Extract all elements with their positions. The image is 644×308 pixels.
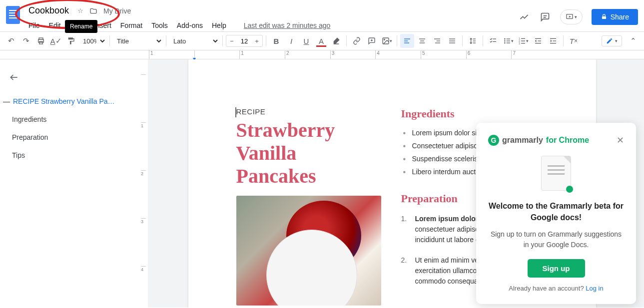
- align-center-button[interactable]: [415, 34, 429, 48]
- recipe-image[interactable]: [236, 196, 381, 306]
- vertical-ruler[interactable]: 1 2 3 4: [140, 59, 148, 308]
- grammarly-body: Sign up to turn on Grammarly suggestions…: [488, 229, 624, 250]
- zoom-select[interactable]: 100%: [79, 35, 106, 47]
- outline-sidebar: RECIPE Strawberry Vanilla Pa… Ingredient…: [0, 59, 140, 308]
- header: ☆ My Drive Rename File Edit View Insert …: [0, 0, 644, 31]
- svg-point-30: [504, 40, 506, 42]
- bullet-list-button[interactable]: ▾: [501, 34, 515, 48]
- outline-item-title[interactable]: RECIPE Strawberry Vanilla Pa…: [0, 93, 134, 109]
- checklist-button[interactable]: [486, 34, 500, 48]
- menu-edit[interactable]: Edit: [45, 19, 64, 31]
- underline-button[interactable]: U: [299, 34, 313, 48]
- more-button[interactable]: ⌃: [626, 34, 640, 48]
- numbered-list-button[interactable]: 123 ▾: [516, 34, 530, 48]
- folder-icon[interactable]: [88, 6, 98, 16]
- highlight-button[interactable]: [329, 34, 343, 48]
- grammarly-logo-icon: G: [488, 135, 499, 146]
- clear-formatting-button[interactable]: T×: [567, 34, 581, 48]
- comments-icon[interactable]: [539, 11, 551, 23]
- text-color-button[interactable]: A: [314, 34, 328, 48]
- close-icon[interactable]: ✕: [617, 135, 624, 146]
- menu-addons[interactable]: Add-ons: [173, 19, 206, 31]
- align-left-button[interactable]: [400, 34, 414, 48]
- undo-button[interactable]: ↶: [4, 34, 18, 48]
- svg-rect-3: [602, 16, 606, 19]
- font-size-increase[interactable]: +: [251, 35, 262, 46]
- font-size-input[interactable]: [237, 37, 251, 45]
- outline-item-ingredients[interactable]: Ingredients: [6, 111, 134, 127]
- font-size-decrease[interactable]: −: [226, 35, 237, 46]
- line-spacing-button[interactable]: [466, 34, 480, 48]
- svg-point-10: [384, 39, 385, 40]
- image-button[interactable]: ▾: [380, 34, 394, 48]
- svg-rect-39: [521, 40, 525, 41]
- font-select[interactable]: Lato: [169, 35, 219, 47]
- share-label: Share: [611, 13, 629, 21]
- menu-format[interactable]: Format: [117, 19, 146, 31]
- align-justify-button[interactable]: [445, 34, 459, 48]
- docs-logo-icon[interactable]: [6, 6, 20, 24]
- header-right: ▾ Share: [518, 9, 638, 25]
- rename-tooltip: Rename: [65, 20, 97, 33]
- chevron-down-icon: ▾: [575, 14, 577, 19]
- grammarly-popup: G grammarly for Chrome ✕ Welcome to the …: [476, 123, 636, 304]
- editing-mode-button[interactable]: ▾: [602, 35, 622, 46]
- bold-button[interactable]: B: [269, 34, 283, 48]
- menu-tools[interactable]: Tools: [148, 19, 171, 31]
- indent-button[interactable]: [546, 34, 560, 48]
- text-cursor: [235, 107, 236, 117]
- svg-rect-38: [521, 38, 525, 39]
- toolbar: ↶ ↷ A✓ 100% Title Lato − + B I U A ▾: [0, 31, 644, 50]
- comment-button[interactable]: [365, 34, 379, 48]
- ingredients-heading[interactable]: Ingredients: [401, 107, 548, 120]
- recipe-title[interactable]: Strawberry Vanilla Pancakes: [236, 119, 381, 188]
- star-icon[interactable]: ☆: [75, 6, 85, 16]
- menu-file[interactable]: File: [25, 19, 43, 31]
- redo-button[interactable]: ↷: [19, 34, 33, 48]
- doc-illustration-icon: [541, 156, 571, 191]
- svg-point-31: [504, 42, 506, 44]
- svg-rect-32: [506, 38, 510, 39]
- italic-button[interactable]: I: [284, 34, 298, 48]
- signup-button[interactable]: Sign up: [528, 259, 585, 278]
- folder-path[interactable]: My Drive: [103, 7, 131, 15]
- spellcheck-button[interactable]: A✓: [49, 34, 63, 48]
- print-button[interactable]: [34, 34, 48, 48]
- menu-bar: File Edit View Insert Format Tools Add-o…: [25, 19, 518, 31]
- present-button[interactable]: ▾: [560, 9, 583, 24]
- outline-item-preparation[interactable]: Preparation: [6, 129, 134, 145]
- outline-item-tips[interactable]: Tips: [6, 147, 134, 163]
- font-size-control: − +: [226, 35, 263, 47]
- grammarly-heading: Welcome to the Grammarly beta for Google…: [488, 201, 624, 223]
- menu-help[interactable]: Help: [208, 19, 230, 31]
- recipe-eyebrow[interactable]: RECIPE: [236, 107, 381, 116]
- login-link[interactable]: Log in: [586, 285, 603, 292]
- outline-back-button[interactable]: [6, 69, 22, 85]
- horizontal-ruler[interactable]: 1 ▾ 1 2 3 4 5 6 7: [0, 50, 644, 59]
- style-select[interactable]: Title: [113, 35, 163, 47]
- title-area: ☆ My Drive Rename File Edit View Insert …: [25, 4, 518, 31]
- svg-rect-33: [506, 40, 510, 41]
- doc-title-input[interactable]: [25, 4, 72, 17]
- grammarly-logo: G grammarly for Chrome: [488, 135, 589, 146]
- last-edit-link[interactable]: Last edit was 2 minutes ago: [244, 21, 331, 29]
- svg-text:3: 3: [519, 42, 520, 45]
- link-button[interactable]: [350, 34, 364, 48]
- svg-rect-40: [521, 43, 525, 43]
- svg-point-29: [504, 38, 506, 40]
- svg-rect-34: [506, 42, 510, 43]
- grammarly-login-row: Already have an account? Log in: [488, 285, 624, 292]
- paint-format-button[interactable]: [64, 34, 78, 48]
- align-right-button[interactable]: [430, 34, 444, 48]
- share-button[interactable]: Share: [592, 9, 638, 25]
- activity-icon[interactable]: [518, 11, 530, 23]
- outdent-button[interactable]: [531, 34, 545, 48]
